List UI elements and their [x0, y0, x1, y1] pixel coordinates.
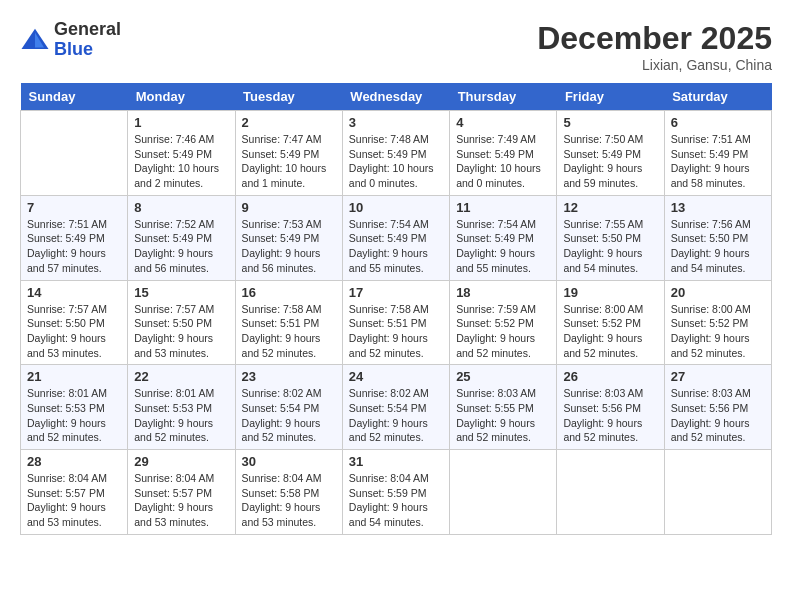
day-info: Sunrise: 7:54 AMSunset: 5:49 PMDaylight:…	[456, 217, 550, 276]
day-info: Sunrise: 8:02 AMSunset: 5:54 PMDaylight:…	[242, 386, 336, 445]
day-number: 21	[27, 369, 121, 384]
day-info: Sunrise: 7:48 AMSunset: 5:49 PMDaylight:…	[349, 132, 443, 191]
day-number: 17	[349, 285, 443, 300]
calendar-cell: 19Sunrise: 8:00 AMSunset: 5:52 PMDayligh…	[557, 280, 664, 365]
day-info: Sunrise: 7:53 AMSunset: 5:49 PMDaylight:…	[242, 217, 336, 276]
day-number: 29	[134, 454, 228, 469]
calendar-cell	[664, 450, 771, 535]
calendar-cell: 9Sunrise: 7:53 AMSunset: 5:49 PMDaylight…	[235, 195, 342, 280]
calendar-cell: 21Sunrise: 8:01 AMSunset: 5:53 PMDayligh…	[21, 365, 128, 450]
day-number: 18	[456, 285, 550, 300]
column-header-wednesday: Wednesday	[342, 83, 449, 111]
day-info: Sunrise: 7:49 AMSunset: 5:49 PMDaylight:…	[456, 132, 550, 191]
calendar-cell: 3Sunrise: 7:48 AMSunset: 5:49 PMDaylight…	[342, 111, 449, 196]
calendar-cell: 14Sunrise: 7:57 AMSunset: 5:50 PMDayligh…	[21, 280, 128, 365]
day-info: Sunrise: 7:50 AMSunset: 5:49 PMDaylight:…	[563, 132, 657, 191]
calendar-week-row: 1Sunrise: 7:46 AMSunset: 5:49 PMDaylight…	[21, 111, 772, 196]
month-title: December 2025	[537, 20, 772, 57]
day-number: 4	[456, 115, 550, 130]
calendar-cell: 31Sunrise: 8:04 AMSunset: 5:59 PMDayligh…	[342, 450, 449, 535]
location: Lixian, Gansu, China	[537, 57, 772, 73]
day-info: Sunrise: 7:57 AMSunset: 5:50 PMDaylight:…	[134, 302, 228, 361]
day-number: 22	[134, 369, 228, 384]
calendar-cell	[557, 450, 664, 535]
day-number: 25	[456, 369, 550, 384]
calendar-cell: 12Sunrise: 7:55 AMSunset: 5:50 PMDayligh…	[557, 195, 664, 280]
column-header-saturday: Saturday	[664, 83, 771, 111]
day-info: Sunrise: 7:54 AMSunset: 5:49 PMDaylight:…	[349, 217, 443, 276]
calendar-cell: 23Sunrise: 8:02 AMSunset: 5:54 PMDayligh…	[235, 365, 342, 450]
calendar-week-row: 21Sunrise: 8:01 AMSunset: 5:53 PMDayligh…	[21, 365, 772, 450]
calendar-cell: 6Sunrise: 7:51 AMSunset: 5:49 PMDaylight…	[664, 111, 771, 196]
calendar-cell: 13Sunrise: 7:56 AMSunset: 5:50 PMDayligh…	[664, 195, 771, 280]
logo-blue-text: Blue	[54, 40, 121, 60]
calendar-cell: 1Sunrise: 7:46 AMSunset: 5:49 PMDaylight…	[128, 111, 235, 196]
calendar-cell: 28Sunrise: 8:04 AMSunset: 5:57 PMDayligh…	[21, 450, 128, 535]
calendar-cell: 18Sunrise: 7:59 AMSunset: 5:52 PMDayligh…	[450, 280, 557, 365]
day-number: 2	[242, 115, 336, 130]
day-number: 27	[671, 369, 765, 384]
day-info: Sunrise: 8:01 AMSunset: 5:53 PMDaylight:…	[134, 386, 228, 445]
day-number: 1	[134, 115, 228, 130]
day-number: 16	[242, 285, 336, 300]
day-number: 30	[242, 454, 336, 469]
day-number: 23	[242, 369, 336, 384]
day-info: Sunrise: 8:04 AMSunset: 5:58 PMDaylight:…	[242, 471, 336, 530]
page-header: General Blue December 2025 Lixian, Gansu…	[20, 20, 772, 73]
day-number: 10	[349, 200, 443, 215]
calendar-cell: 29Sunrise: 8:04 AMSunset: 5:57 PMDayligh…	[128, 450, 235, 535]
calendar-cell: 22Sunrise: 8:01 AMSunset: 5:53 PMDayligh…	[128, 365, 235, 450]
day-info: Sunrise: 7:46 AMSunset: 5:49 PMDaylight:…	[134, 132, 228, 191]
column-header-friday: Friday	[557, 83, 664, 111]
calendar-cell: 16Sunrise: 7:58 AMSunset: 5:51 PMDayligh…	[235, 280, 342, 365]
day-info: Sunrise: 7:55 AMSunset: 5:50 PMDaylight:…	[563, 217, 657, 276]
day-info: Sunrise: 7:51 AMSunset: 5:49 PMDaylight:…	[27, 217, 121, 276]
day-number: 24	[349, 369, 443, 384]
day-info: Sunrise: 8:04 AMSunset: 5:59 PMDaylight:…	[349, 471, 443, 530]
column-header-thursday: Thursday	[450, 83, 557, 111]
day-number: 15	[134, 285, 228, 300]
day-number: 19	[563, 285, 657, 300]
title-block: December 2025 Lixian, Gansu, China	[537, 20, 772, 73]
day-number: 6	[671, 115, 765, 130]
calendar-cell: 11Sunrise: 7:54 AMSunset: 5:49 PMDayligh…	[450, 195, 557, 280]
calendar-week-row: 14Sunrise: 7:57 AMSunset: 5:50 PMDayligh…	[21, 280, 772, 365]
column-header-tuesday: Tuesday	[235, 83, 342, 111]
calendar-week-row: 28Sunrise: 8:04 AMSunset: 5:57 PMDayligh…	[21, 450, 772, 535]
column-header-monday: Monday	[128, 83, 235, 111]
day-number: 11	[456, 200, 550, 215]
day-info: Sunrise: 8:00 AMSunset: 5:52 PMDaylight:…	[563, 302, 657, 361]
day-number: 3	[349, 115, 443, 130]
calendar-cell: 8Sunrise: 7:52 AMSunset: 5:49 PMDaylight…	[128, 195, 235, 280]
day-info: Sunrise: 8:03 AMSunset: 5:56 PMDaylight:…	[671, 386, 765, 445]
day-info: Sunrise: 7:47 AMSunset: 5:49 PMDaylight:…	[242, 132, 336, 191]
calendar-cell: 26Sunrise: 8:03 AMSunset: 5:56 PMDayligh…	[557, 365, 664, 450]
calendar-cell: 25Sunrise: 8:03 AMSunset: 5:55 PMDayligh…	[450, 365, 557, 450]
column-header-sunday: Sunday	[21, 83, 128, 111]
day-number: 9	[242, 200, 336, 215]
calendar-cell: 5Sunrise: 7:50 AMSunset: 5:49 PMDaylight…	[557, 111, 664, 196]
calendar-cell: 15Sunrise: 7:57 AMSunset: 5:50 PMDayligh…	[128, 280, 235, 365]
day-number: 31	[349, 454, 443, 469]
day-number: 20	[671, 285, 765, 300]
day-info: Sunrise: 8:04 AMSunset: 5:57 PMDaylight:…	[134, 471, 228, 530]
day-info: Sunrise: 7:59 AMSunset: 5:52 PMDaylight:…	[456, 302, 550, 361]
calendar-cell: 24Sunrise: 8:02 AMSunset: 5:54 PMDayligh…	[342, 365, 449, 450]
day-info: Sunrise: 8:02 AMSunset: 5:54 PMDaylight:…	[349, 386, 443, 445]
calendar-cell: 7Sunrise: 7:51 AMSunset: 5:49 PMDaylight…	[21, 195, 128, 280]
day-info: Sunrise: 8:03 AMSunset: 5:56 PMDaylight:…	[563, 386, 657, 445]
day-number: 5	[563, 115, 657, 130]
calendar-cell: 17Sunrise: 7:58 AMSunset: 5:51 PMDayligh…	[342, 280, 449, 365]
day-number: 14	[27, 285, 121, 300]
day-info: Sunrise: 7:57 AMSunset: 5:50 PMDaylight:…	[27, 302, 121, 361]
day-info: Sunrise: 8:03 AMSunset: 5:55 PMDaylight:…	[456, 386, 550, 445]
calendar-cell: 4Sunrise: 7:49 AMSunset: 5:49 PMDaylight…	[450, 111, 557, 196]
calendar-cell: 20Sunrise: 8:00 AMSunset: 5:52 PMDayligh…	[664, 280, 771, 365]
day-info: Sunrise: 8:04 AMSunset: 5:57 PMDaylight:…	[27, 471, 121, 530]
day-info: Sunrise: 8:00 AMSunset: 5:52 PMDaylight:…	[671, 302, 765, 361]
logo: General Blue	[20, 20, 121, 60]
calendar-cell: 27Sunrise: 8:03 AMSunset: 5:56 PMDayligh…	[664, 365, 771, 450]
calendar-cell	[450, 450, 557, 535]
calendar-header-row: SundayMondayTuesdayWednesdayThursdayFrid…	[21, 83, 772, 111]
day-number: 12	[563, 200, 657, 215]
